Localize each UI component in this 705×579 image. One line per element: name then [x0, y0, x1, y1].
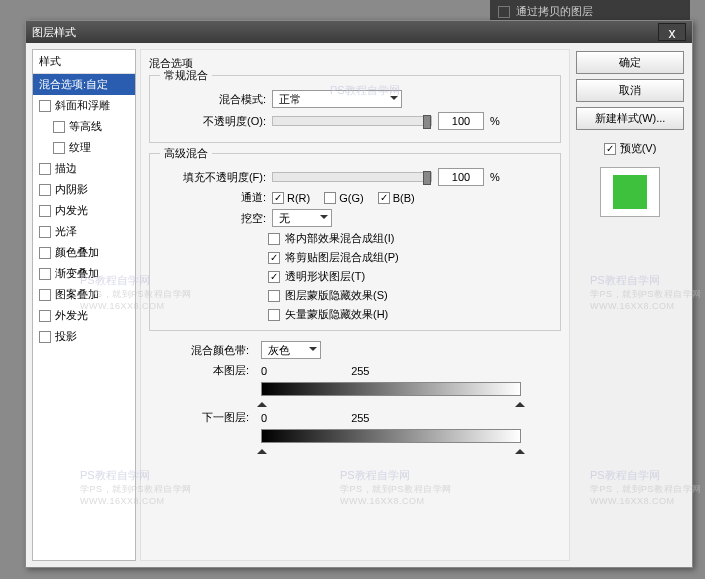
advanced-options: 将内部效果混合成组(I)将剪贴图层混合成组(P)透明形状图层(T)图层蒙版隐藏效… [268, 231, 552, 322]
channel-checkbox[interactable] [378, 192, 390, 204]
style-checkbox[interactable] [39, 163, 51, 175]
adv-option-label: 将内部效果混合成组(I) [285, 231, 394, 246]
styles-item[interactable]: 描边 [33, 158, 135, 179]
fill-opacity-slider[interactable] [272, 172, 432, 182]
adv-option-label: 图层蒙版隐藏效果(S) [285, 288, 388, 303]
style-checkbox[interactable] [39, 268, 51, 280]
styles-item[interactable]: 渐变叠加 [33, 263, 135, 284]
styles-item[interactable]: 内阴影 [33, 179, 135, 200]
opacity-value[interactable]: 100 [438, 112, 484, 130]
styles-item-label: 颜色叠加 [55, 245, 99, 260]
slider-thumb[interactable] [423, 171, 431, 185]
styles-item[interactable]: 光泽 [33, 221, 135, 242]
style-checkbox[interactable] [39, 310, 51, 322]
channel-checkbox[interactable] [272, 192, 284, 204]
under-high-handle[interactable] [515, 444, 525, 454]
this-layer-low: 0 [261, 365, 267, 377]
group-title-advanced: 高级混合 [160, 146, 212, 161]
channel-item[interactable]: G(G) [324, 192, 363, 204]
blend-mode-select[interactable]: 正常 [272, 90, 402, 108]
under-layer-gradbar[interactable] [261, 429, 521, 443]
blend-if-section: 混合颜色带: 灰色 本图层: 0 255 下一图层: [149, 341, 561, 443]
center-panel: 混合选项 常规混合 混合模式: 正常 不透明度(O): 100 % 高级混合 填… [140, 49, 570, 561]
adv-option-checkbox[interactable] [268, 233, 280, 245]
group-advanced-blend: 高级混合 填充不透明度(F): 100 % 通道: R(R)G(G)B(B) 挖… [149, 153, 561, 331]
cancel-button[interactable]: 取消 [576, 79, 684, 102]
adv-option[interactable]: 将剪贴图层混合成组(P) [268, 250, 552, 265]
opacity-label: 不透明度(O): [158, 114, 266, 129]
styles-item[interactable]: 投影 [33, 326, 135, 347]
styles-item[interactable]: 外发光 [33, 305, 135, 326]
channel-item[interactable]: R(R) [272, 192, 310, 204]
close-button[interactable]: x [658, 23, 686, 41]
this-low-handle[interactable] [257, 397, 267, 407]
styles-item-label: 斜面和浮雕 [55, 98, 110, 113]
style-checkbox[interactable] [39, 289, 51, 301]
styles-list: 混合选项:自定 斜面和浮雕等高线纹理描边内阴影内发光光泽颜色叠加渐变叠加图案叠加… [33, 74, 135, 347]
style-checkbox[interactable] [39, 100, 51, 112]
style-checkbox[interactable] [39, 331, 51, 343]
blendif-select[interactable]: 灰色 [261, 341, 321, 359]
styles-item-label: 等高线 [69, 119, 102, 134]
styles-item-label: 光泽 [55, 224, 77, 239]
under-layer-low: 0 [261, 412, 267, 424]
channel-item[interactable]: B(B) [378, 192, 415, 204]
style-checkbox[interactable] [39, 205, 51, 217]
under-low-handle[interactable] [257, 444, 267, 454]
adv-option[interactable]: 矢量蒙版隐藏效果(H) [268, 307, 552, 322]
adv-option[interactable]: 图层蒙版隐藏效果(S) [268, 288, 552, 303]
this-high-handle[interactable] [515, 397, 525, 407]
preview-checkbox-row[interactable]: 预览(V) [576, 141, 684, 156]
channel-label: B(B) [393, 192, 415, 204]
preview-box [600, 167, 660, 217]
opacity-slider[interactable] [272, 116, 432, 126]
adv-option-label: 矢量蒙版隐藏效果(H) [285, 307, 388, 322]
channels: R(R)G(G)B(B) [272, 192, 415, 204]
preview-swatch [613, 175, 647, 209]
ok-button[interactable]: 确定 [576, 51, 684, 74]
styles-item-label: 混合选项:自定 [39, 77, 108, 92]
this-layer-gradbar[interactable] [261, 382, 521, 396]
fill-opacity-label: 填充不透明度(F): [158, 170, 266, 185]
blendif-label: 混合颜色带: [149, 343, 249, 358]
this-layer-high: 255 [351, 365, 369, 377]
adv-option[interactable]: 透明形状图层(T) [268, 269, 552, 284]
styles-item-blending-options[interactable]: 混合选项:自定 [33, 74, 135, 95]
titlebar[interactable]: 图层样式 x [26, 21, 692, 43]
adv-option-checkbox[interactable] [268, 252, 280, 264]
under-layer-high: 255 [351, 412, 369, 424]
slider-thumb[interactable] [423, 115, 431, 129]
fill-opacity-value[interactable]: 100 [438, 168, 484, 186]
styles-item-label: 内发光 [55, 203, 88, 218]
dialog-title: 图层样式 [32, 25, 658, 40]
under-layer-label: 下一图层: [149, 410, 249, 425]
styles-item[interactable]: 图案叠加 [33, 284, 135, 305]
adv-option-checkbox[interactable] [268, 271, 280, 283]
style-checkbox[interactable] [39, 226, 51, 238]
style-checkbox[interactable] [53, 142, 65, 154]
group-title-normal: 常规混合 [160, 68, 212, 83]
opacity-unit: % [490, 115, 500, 127]
styles-item[interactable]: 纹理 [33, 137, 135, 158]
styles-item-label: 图案叠加 [55, 287, 99, 302]
styles-item[interactable]: 内发光 [33, 200, 135, 221]
layer-icon [498, 6, 510, 18]
preview-checkbox[interactable] [604, 143, 616, 155]
adv-option-label: 将剪贴图层混合成组(P) [285, 250, 399, 265]
adv-option-checkbox[interactable] [268, 309, 280, 321]
preview-label: 预览(V) [620, 141, 657, 156]
adv-option[interactable]: 将内部效果混合成组(I) [268, 231, 552, 246]
adv-option-checkbox[interactable] [268, 290, 280, 302]
styles-item[interactable]: 颜色叠加 [33, 242, 135, 263]
channel-label: 通道: [158, 190, 266, 205]
style-checkbox[interactable] [39, 247, 51, 259]
right-panel: 确定 取消 新建样式(W)... 预览(V) [574, 49, 686, 561]
style-checkbox[interactable] [53, 121, 65, 133]
channel-checkbox[interactable] [324, 192, 336, 204]
styles-item[interactable]: 等高线 [33, 116, 135, 137]
styles-item[interactable]: 斜面和浮雕 [33, 95, 135, 116]
styles-item-label: 描边 [55, 161, 77, 176]
style-checkbox[interactable] [39, 184, 51, 196]
knockout-select[interactable]: 无 [272, 209, 332, 227]
new-style-button[interactable]: 新建样式(W)... [576, 107, 684, 130]
